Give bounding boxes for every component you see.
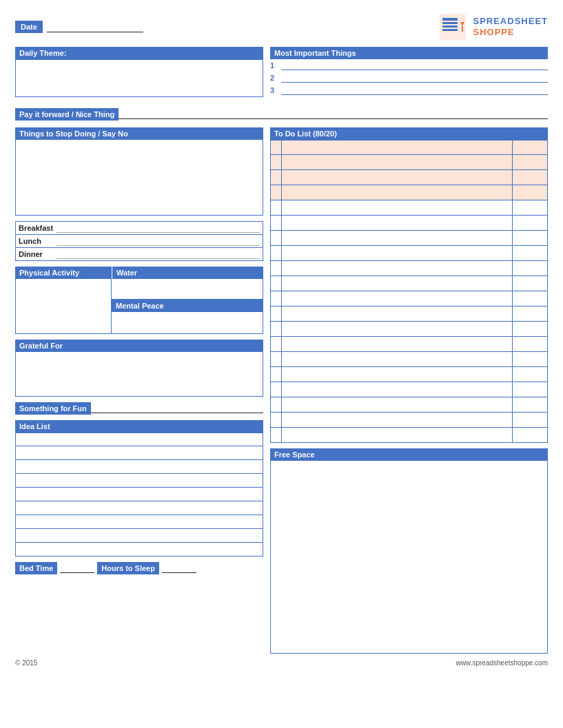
- todo-time-9[interactable]: [513, 322, 547, 336]
- stop-doing-input[interactable]: [15, 140, 263, 216]
- todo-check-12[interactable]: [271, 367, 282, 382]
- todo-check-h2[interactable]: [271, 155, 282, 169]
- todo-check-6[interactable]: [271, 276, 282, 291]
- todo-check-9[interactable]: [271, 322, 282, 336]
- todo-check-4[interactable]: [271, 246, 282, 260]
- mit-line-2[interactable]: [281, 73, 548, 83]
- water-input[interactable]: [112, 279, 263, 300]
- pay-forward-line[interactable]: [119, 110, 548, 119]
- todo-text-12[interactable]: [282, 367, 513, 382]
- todo-text-h1[interactable]: [282, 141, 513, 154]
- todo-check-16[interactable]: [271, 428, 282, 442]
- todo-row-3[interactable]: [270, 231, 548, 246]
- todo-time-11[interactable]: [513, 352, 547, 366]
- idea-row-1[interactable]: [15, 433, 263, 446]
- todo-row-15[interactable]: [270, 413, 548, 428]
- todo-row-h1[interactable]: [270, 140, 548, 155]
- todo-check-h1[interactable]: [271, 141, 282, 154]
- idea-row-4[interactable]: [15, 474, 263, 488]
- mental-input[interactable]: [112, 312, 263, 333]
- todo-time-h1[interactable]: [513, 141, 547, 154]
- todo-row-4[interactable]: [270, 246, 548, 261]
- todo-text-h3[interactable]: [282, 170, 513, 185]
- todo-check-13[interactable]: [271, 382, 282, 397]
- idea-row-7[interactable]: [15, 515, 263, 529]
- todo-time-h4[interactable]: [513, 185, 547, 200]
- todo-text-6[interactable]: [282, 276, 513, 291]
- daily-theme-input[interactable]: [15, 59, 263, 97]
- grateful-input[interactable]: [15, 352, 263, 397]
- mit-line-1[interactable]: [281, 61, 548, 70]
- todo-row-2[interactable]: [270, 216, 548, 231]
- todo-time-1[interactable]: [513, 200, 547, 215]
- fun-line[interactable]: [91, 404, 263, 413]
- free-space-input[interactable]: [270, 461, 548, 654]
- todo-check-h4[interactable]: [271, 185, 282, 200]
- todo-text-16[interactable]: [282, 428, 513, 442]
- todo-text-2[interactable]: [282, 216, 513, 230]
- todo-check-5[interactable]: [271, 261, 282, 275]
- mit-line-3[interactable]: [281, 85, 548, 95]
- todo-time-13[interactable]: [513, 382, 547, 397]
- todo-time-8[interactable]: [513, 306, 547, 321]
- todo-time-15[interactable]: [513, 413, 547, 427]
- todo-text-7[interactable]: [282, 291, 513, 306]
- todo-time-6[interactable]: [513, 276, 547, 291]
- meal-lunch-input[interactable]: [57, 236, 260, 246]
- idea-row-6[interactable]: [15, 501, 263, 515]
- todo-text-15[interactable]: [282, 413, 513, 427]
- physical-input[interactable]: [15, 279, 112, 334]
- todo-time-3[interactable]: [513, 231, 547, 245]
- todo-time-7[interactable]: [513, 291, 547, 306]
- todo-check-1[interactable]: [271, 200, 282, 215]
- todo-row-5[interactable]: [270, 261, 548, 276]
- todo-row-16[interactable]: [270, 428, 548, 443]
- todo-text-4[interactable]: [282, 246, 513, 260]
- todo-check-h3[interactable]: [271, 170, 282, 185]
- hours-sleep-input[interactable]: [162, 563, 196, 573]
- todo-row-h3[interactable]: [270, 170, 548, 185]
- todo-row-h4[interactable]: [270, 185, 548, 200]
- todo-time-10[interactable]: [513, 337, 547, 351]
- todo-check-3[interactable]: [271, 231, 282, 245]
- idea-row-5[interactable]: [15, 488, 263, 501]
- todo-row-h2[interactable]: [270, 155, 548, 170]
- meal-breakfast-input[interactable]: [57, 223, 260, 233]
- todo-time-h3[interactable]: [513, 170, 547, 185]
- todo-text-13[interactable]: [282, 382, 513, 397]
- todo-time-5[interactable]: [513, 261, 547, 275]
- todo-row-10[interactable]: [270, 337, 548, 352]
- todo-row-12[interactable]: [270, 367, 548, 382]
- meal-dinner-input[interactable]: [57, 249, 260, 259]
- todo-check-2[interactable]: [271, 216, 282, 230]
- idea-row-8[interactable]: [15, 529, 263, 543]
- todo-text-8[interactable]: [282, 306, 513, 321]
- todo-row-11[interactable]: [270, 352, 548, 367]
- todo-check-10[interactable]: [271, 337, 282, 351]
- date-input-line[interactable]: [47, 21, 143, 32]
- todo-text-5[interactable]: [282, 261, 513, 275]
- todo-row-13[interactable]: [270, 382, 548, 397]
- todo-check-8[interactable]: [271, 306, 282, 321]
- todo-text-14[interactable]: [282, 397, 513, 412]
- todo-text-h4[interactable]: [282, 185, 513, 200]
- todo-check-7[interactable]: [271, 291, 282, 306]
- idea-row-3[interactable]: [15, 460, 263, 474]
- todo-row-9[interactable]: [270, 322, 548, 337]
- todo-check-11[interactable]: [271, 352, 282, 366]
- idea-row-9[interactable]: [15, 543, 263, 557]
- todo-row-1[interactable]: [270, 200, 548, 216]
- todo-row-14[interactable]: [270, 397, 548, 413]
- todo-text-10[interactable]: [282, 337, 513, 351]
- idea-row-2[interactable]: [15, 446, 263, 460]
- todo-check-15[interactable]: [271, 413, 282, 427]
- todo-text-h2[interactable]: [282, 155, 513, 169]
- todo-time-16[interactable]: [513, 428, 547, 442]
- todo-row-8[interactable]: [270, 306, 548, 322]
- todo-check-14[interactable]: [271, 397, 282, 412]
- todo-time-4[interactable]: [513, 246, 547, 260]
- todo-text-1[interactable]: [282, 200, 513, 215]
- todo-time-12[interactable]: [513, 367, 547, 382]
- bed-time-input[interactable]: [60, 563, 94, 573]
- todo-text-11[interactable]: [282, 352, 513, 366]
